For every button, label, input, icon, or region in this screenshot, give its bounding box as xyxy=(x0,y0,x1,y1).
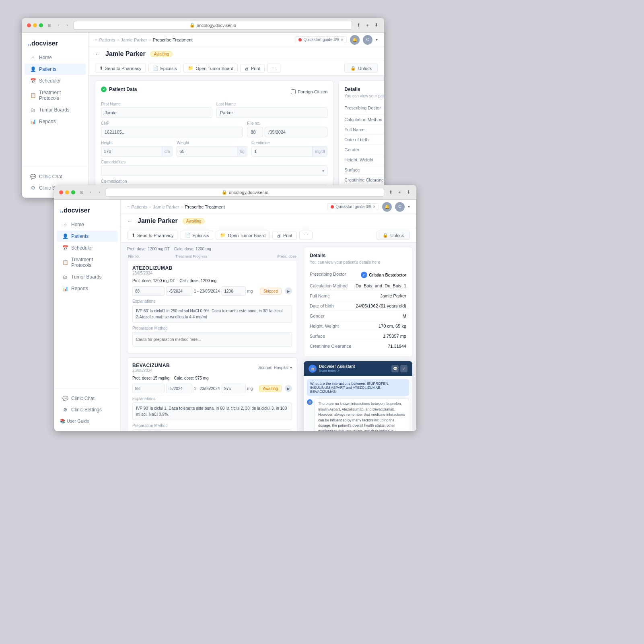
notification-icon[interactable]: 🔔 xyxy=(350,35,360,45)
sidebar-item-home-b[interactable]: ⌂ Home xyxy=(57,219,118,230)
notification-icon-b[interactable]: 🔔 xyxy=(382,202,392,212)
sidebar-item-reports[interactable]: 📊 Reports xyxy=(25,116,86,127)
back-arrow[interactable]: ‹ xyxy=(55,22,62,29)
unlock-btn[interactable]: 🔒 Unlock xyxy=(344,64,378,73)
breadcrumb-sep2: > xyxy=(148,37,151,42)
user-avatar[interactable]: C xyxy=(363,35,372,45)
breadcrumb-patients[interactable]: Patients xyxy=(99,37,115,42)
sidebar-item-reports-b[interactable]: 📊 Reports xyxy=(57,283,118,294)
top-bar-actions-bottom: Quickstart guide 3/9 × 🔔 C ▾ xyxy=(327,202,410,212)
tc1-file-no[interactable] xyxy=(132,384,165,393)
max-btn-bottom[interactable] xyxy=(71,190,75,194)
share-icon-bottom[interactable]: ⬆ xyxy=(387,189,394,196)
height-input[interactable] xyxy=(101,149,162,154)
download-icon[interactable]: ⬇ xyxy=(373,22,379,29)
file-date-input[interactable] xyxy=(265,127,327,137)
foreign-citizen-input[interactable] xyxy=(291,89,296,94)
sidebar-icon-bottom[interactable]: ⊞ xyxy=(78,189,85,196)
maximize-button[interactable] xyxy=(39,23,43,27)
share-icon[interactable]: ⬆ xyxy=(355,22,362,29)
user-avatar-b[interactable]: C xyxy=(395,202,405,212)
detail-dob-b: Date of birth 24/05/1962 (61 years old) xyxy=(310,301,406,311)
back-btn[interactable]: ← xyxy=(95,51,101,57)
tumor-board-btn-b[interactable]: 📁 Open Tumor Board xyxy=(216,231,270,240)
browser-nav-bottom: ⊞ ‹ › xyxy=(78,189,103,196)
user-menu-arrow[interactable]: ▾ xyxy=(376,37,378,42)
quickstart-close[interactable]: × xyxy=(341,37,343,42)
breadcrumb-patient-name[interactable]: Jamie Parker xyxy=(121,37,147,42)
back-btn-b[interactable]: ← xyxy=(127,218,133,224)
tc1-prep-input[interactable] xyxy=(132,429,292,431)
min-btn-bottom[interactable] xyxy=(65,190,69,194)
epicrisis-btn-b[interactable]: 📄 Epicrisis xyxy=(181,231,214,240)
forward-arrow-bottom[interactable]: › xyxy=(96,189,103,196)
send-pharmacy-btn-b[interactable]: ⬆ Send to Pharmacy xyxy=(127,231,178,240)
tc0-explanation: Explanations IVP 60' la ciclul1 in 250 m… xyxy=(132,299,292,323)
right-panel-top: Details You can view your patient's deta… xyxy=(338,80,384,193)
back-arrow-bottom[interactable]: ‹ xyxy=(87,189,94,196)
tc0-skip-btn[interactable]: ▶ xyxy=(285,287,292,295)
sidebar-item-patients[interactable]: 👤 Patients xyxy=(25,64,86,75)
close-btn-bottom[interactable] xyxy=(59,190,63,194)
forward-arrow[interactable]: › xyxy=(64,22,70,29)
print-btn-b[interactable]: 🖨 Print xyxy=(272,231,297,240)
address-bar-bottom[interactable]: 🔒 oncology.docviser.io xyxy=(106,188,384,197)
sidebar-user-guide[interactable]: 📚 User Guide xyxy=(54,415,120,427)
sidebar-item-clinic-settings-b[interactable]: ⚙ Clinic Settings xyxy=(57,404,118,415)
comorbidities-select[interactable] xyxy=(101,165,327,176)
sidebar-item-scheduler-b[interactable]: 📅 Scheduler xyxy=(57,242,118,254)
sidebar-item-tumor-b[interactable]: 🗂 Tumor Boards xyxy=(57,271,118,283)
print-btn[interactable]: 🖨 Print xyxy=(240,64,265,73)
chat-action-1[interactable]: 💬 xyxy=(391,365,399,372)
nav-sidebar-icon[interactable]: ⊞ xyxy=(46,22,53,29)
print-label-b: Print xyxy=(283,233,292,238)
tc0-dose[interactable] xyxy=(222,286,246,296)
home-icon-b: ⌂ xyxy=(62,222,68,227)
tc0-file-no[interactable] xyxy=(132,286,165,296)
user-menu-arrow-b[interactable]: ▾ xyxy=(408,204,410,209)
cnp-input[interactable] xyxy=(101,127,243,137)
sidebar-item-treatment-b[interactable]: 📋 Treatment Protocols xyxy=(57,254,118,271)
new-tab-icon-bottom[interactable]: ＋ xyxy=(396,189,403,196)
sidebar-item-treatment-protocols[interactable]: 📋 Treatment Protocols xyxy=(25,87,86,104)
tc0-prep-input[interactable] xyxy=(132,332,292,347)
new-tab-icon[interactable]: ＋ xyxy=(364,22,370,29)
close-button[interactable] xyxy=(27,23,31,27)
sidebar-item-tumor-boards[interactable]: 🗂 Tumor Boards xyxy=(25,104,86,116)
sidebar-item-clinic-chat[interactable]: 💬 Clinic Chat xyxy=(25,171,86,182)
more-btn-b[interactable]: ⋯ xyxy=(299,231,313,240)
download-icon-bottom[interactable]: ⬇ xyxy=(405,189,412,196)
chat-action-2[interactable]: ⤢ xyxy=(400,365,407,372)
send-to-pharmacy-btn[interactable]: ⬆ Send to Pharmacy xyxy=(95,64,146,73)
creatinine-input[interactable] xyxy=(252,149,312,154)
foreign-citizen-checkbox[interactable]: Foreign Citizen xyxy=(291,89,327,94)
breadcrumb-patients-b[interactable]: Patients xyxy=(131,204,147,209)
tc0-date-left[interactable] xyxy=(166,286,192,296)
first-name-input[interactable] xyxy=(101,107,212,118)
prot-dose-value: 1200 mg DT xyxy=(148,247,170,251)
tc1-skip-btn[interactable]: ▶ xyxy=(285,385,292,392)
address-bar[interactable]: 🔒 oncology.docviser.io xyxy=(74,21,352,30)
last-name-input[interactable] xyxy=(216,107,328,118)
tc1-dose[interactable] xyxy=(222,384,246,393)
quickstart-close-b[interactable]: × xyxy=(373,204,375,209)
sidebar-item-clinic-chat-b[interactable]: 💬 Clinic Chat xyxy=(57,393,118,404)
quickstart-badge[interactable]: Quickstart guide 3/9 × xyxy=(295,36,347,43)
breadcrumb-patient-b[interactable]: Jamie Parker xyxy=(153,204,179,209)
chat-learn-more[interactable]: learn more > xyxy=(319,369,355,373)
sidebar-item-patients-b[interactable]: 👤 Patients xyxy=(57,231,118,242)
fullname-label-b: Full Name xyxy=(310,293,330,298)
minimize-button[interactable] xyxy=(33,23,37,27)
chat-panel-wrapper: 🤖 Docviser Assistant learn more > 💬 ⤢ xyxy=(304,361,412,431)
more-btn[interactable]: ⋯ xyxy=(267,64,280,73)
sidebar-item-scheduler[interactable]: 📅 Scheduler xyxy=(25,75,86,87)
sidebar-item-home[interactable]: ⌂ Home xyxy=(25,52,86,63)
unlock-btn-b[interactable]: 🔒 Unlock xyxy=(377,231,410,240)
tc1-date-left[interactable] xyxy=(166,384,192,393)
weight-input[interactable] xyxy=(177,149,237,154)
tumor-board-label: Open Tumor Board xyxy=(195,66,233,71)
quickstart-badge-b[interactable]: Quickstart guide 3/9 × xyxy=(327,203,379,210)
open-tumor-board-btn[interactable]: 📁 Open Tumor Board xyxy=(183,64,238,73)
file-no-input[interactable] xyxy=(247,127,263,137)
epicrisis-btn[interactable]: 📄 Epicrisis xyxy=(148,64,181,73)
